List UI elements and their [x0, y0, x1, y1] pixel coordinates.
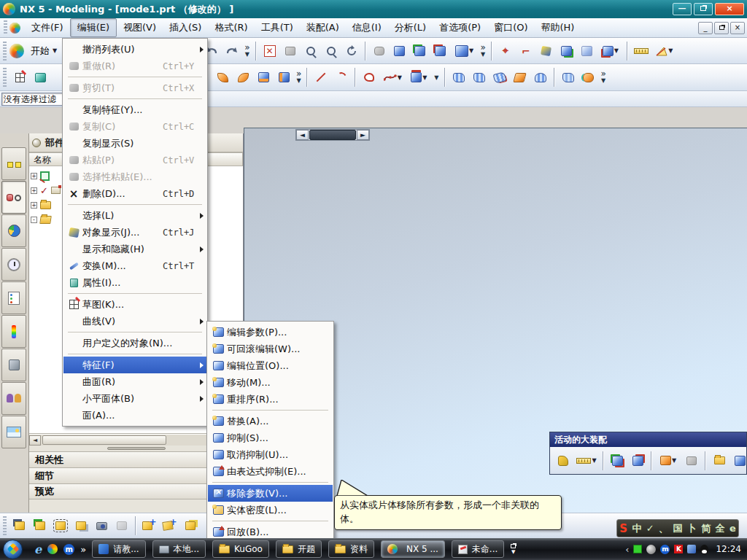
- language-bar-mini[interactable]: ▼: [511, 544, 516, 555]
- menubar-item-help[interactable]: 帮助(H): [535, 19, 581, 36]
- menubar-item-tools[interactable]: 工具(T): [255, 19, 300, 36]
- toolbar-grip[interactable]: [3, 68, 7, 87]
- menu-item-curve[interactable]: 曲线(V): [63, 313, 206, 330]
- menu-item-object-display[interactable]: 对象显示(J)... Ctrl+J: [63, 224, 206, 241]
- snapshot-button[interactable]: [92, 516, 111, 536]
- submenu-item-edit-with-rollback[interactable]: 可回滚编辑(W)...: [208, 341, 333, 357]
- menubar-item-view[interactable]: 视图(V): [117, 19, 163, 36]
- component-group-button[interactable]: [71, 516, 90, 536]
- menu-item-face[interactable]: 面(A)...: [63, 407, 206, 424]
- assembly-options-button[interactable]: [554, 451, 573, 471]
- ruled-surface-button[interactable]: [449, 67, 468, 88]
- part-navigator-tab[interactable]: [1, 181, 26, 214]
- menu-item-facet-body[interactable]: 小平面体(B): [63, 390, 206, 407]
- toolbar-overflow-button[interactable]: »▼: [601, 71, 606, 84]
- find-component-button[interactable]: [10, 516, 29, 536]
- menu-item-copy[interactable]: 复制(C) Ctrl+C: [63, 118, 206, 135]
- tray-green-icon[interactable]: [633, 545, 642, 553]
- ie-quicklaunch-icon[interactable]: e: [34, 542, 42, 556]
- scroll-left-button[interactable]: ◄: [29, 435, 41, 446]
- submenu-item-edit-positioning[interactable]: 编辑位置(O)...: [208, 357, 333, 374]
- assembly-measure-button[interactable]: ▼: [574, 451, 599, 471]
- datum-plane-button[interactable]: [31, 67, 50, 88]
- scrollbar-thumb[interactable]: [309, 130, 356, 140]
- visualization-tab[interactable]: [1, 315, 26, 348]
- menu-item-copy-display[interactable]: 复制显示(S): [63, 135, 206, 152]
- sogou-logo-icon[interactable]: S: [619, 522, 627, 535]
- menu-item-feature[interactable]: 特征(F): [63, 357, 206, 373]
- zoom-inout-button[interactable]: [322, 41, 341, 61]
- line-button[interactable]: [311, 67, 330, 88]
- toolbar-overflow-button[interactable]: ▼: [434, 74, 438, 81]
- expand-icon[interactable]: +: [31, 202, 37, 209]
- toolbar-overflow-button[interactable]: »▼: [296, 71, 301, 84]
- collapse-icon[interactable]: -: [31, 217, 37, 223]
- submenu-item-unsuppress[interactable]: 取消抑制(U)...: [208, 446, 333, 463]
- new-component-button[interactable]: +: [160, 516, 179, 536]
- task-button-nx5[interactable]: NX 5 ...: [381, 540, 445, 558]
- task-button-ziliao[interactable]: 资料: [328, 540, 374, 558]
- datum-axis-button[interactable]: ⌐: [516, 41, 535, 61]
- component-set-button[interactable]: [730, 451, 747, 471]
- menubar-item-analysis[interactable]: 分析(L): [388, 19, 433, 36]
- media-player-icon[interactable]: [47, 544, 58, 554]
- shell-button[interactable]: [254, 67, 273, 88]
- swept-button[interactable]: [511, 67, 530, 88]
- submenu-item-replace[interactable]: 替换(A)...: [208, 413, 333, 429]
- through-mesh-button[interactable]: [490, 67, 509, 88]
- menu-item-user-defined-object[interactable]: 用户定义的对象(N)...: [63, 335, 206, 351]
- tray-collapse-icon[interactable]: ‹: [625, 544, 629, 555]
- pin-icon[interactable]: [32, 139, 41, 147]
- mdi-restore-button[interactable]: [714, 22, 729, 34]
- view-orientation-button[interactable]: ▼: [452, 41, 478, 61]
- task-button-qingjiao[interactable]: 请教...: [92, 540, 145, 558]
- file-new-icon[interactable]: [9, 23, 20, 34]
- ime-keyboard-icon[interactable]: 国: [673, 522, 682, 535]
- select-component-button[interactable]: [51, 516, 70, 536]
- submenu-item-edit-parameters[interactable]: 编辑参数(P)...: [208, 324, 333, 341]
- reload-component-button[interactable]: [628, 451, 647, 471]
- toolbar-overflow-button[interactable]: »▼: [244, 44, 249, 58]
- zoom-box-button[interactable]: [301, 41, 320, 61]
- lightweight-button[interactable]: [682, 451, 701, 471]
- sketch-toolbar-button[interactable]: [10, 67, 29, 88]
- ime-simplified[interactable]: 简: [701, 522, 711, 535]
- roles-tab[interactable]: [1, 214, 26, 247]
- toolbar-grip[interactable]: [3, 516, 7, 535]
- studio-surface-button[interactable]: [579, 67, 598, 88]
- ghost-component-button[interactable]: [112, 516, 131, 536]
- close-button[interactable]: ×: [715, 3, 744, 15]
- open-component-button[interactable]: [31, 516, 50, 536]
- datum-csys-button[interactable]: ⌖: [496, 41, 515, 61]
- arc-button[interactable]: [332, 67, 351, 88]
- graphics-horizontal-scrollbar[interactable]: ◄ ►: [295, 129, 370, 141]
- expand-icon[interactable]: +: [31, 187, 37, 194]
- extrude-button[interactable]: ▼: [406, 67, 431, 88]
- measure-angle-button[interactable]: ▼: [652, 41, 677, 61]
- start-orb-button[interactable]: [3, 540, 23, 559]
- mdi-minimize-button[interactable]: _: [698, 22, 713, 34]
- shaded-view-button[interactable]: [390, 41, 409, 61]
- toolbar-grip[interactable]: [3, 42, 7, 61]
- tray-blue-icon[interactable]: [687, 545, 696, 553]
- submenu-item-reorder[interactable]: 重排序(R)...: [208, 391, 333, 408]
- scroll-right-button[interactable]: ►: [357, 130, 369, 140]
- task-button-local[interactable]: 本地...: [152, 540, 206, 558]
- unload-component-button[interactable]: [608, 451, 627, 471]
- menu-item-undo-list[interactable]: 撤消列表(U): [63, 41, 206, 58]
- start-dropdown-icon[interactable]: ▼: [53, 47, 57, 54]
- tray-kaspersky-icon[interactable]: K: [674, 545, 683, 553]
- menu-item-paste-special[interactable]: 选择性粘贴(E)...: [63, 168, 206, 185]
- assembly-constraint-button[interactable]: [411, 41, 430, 61]
- assembly-panel-title[interactable]: 活动的大装配: [550, 432, 746, 447]
- menubar-item-format[interactable]: 格式(R): [208, 19, 254, 36]
- menu-item-paste[interactable]: 粘贴(P) Ctrl+V: [63, 152, 206, 168]
- history-tab[interactable]: [1, 248, 26, 281]
- through-curves-button[interactable]: [470, 67, 489, 88]
- submenu-item-remove-parameters[interactable]: 移除参数(V)...: [208, 485, 333, 502]
- n-sided-surface-button[interactable]: [559, 67, 578, 88]
- menubar-item-information[interactable]: 信息(I): [346, 19, 388, 36]
- menubar-grip[interactable]: [4, 20, 7, 35]
- submenu-item-solid-density[interactable]: 实体密度(L)...: [208, 502, 333, 518]
- menu-item-redo[interactable]: 重做(R) Ctrl+Y: [63, 58, 206, 74]
